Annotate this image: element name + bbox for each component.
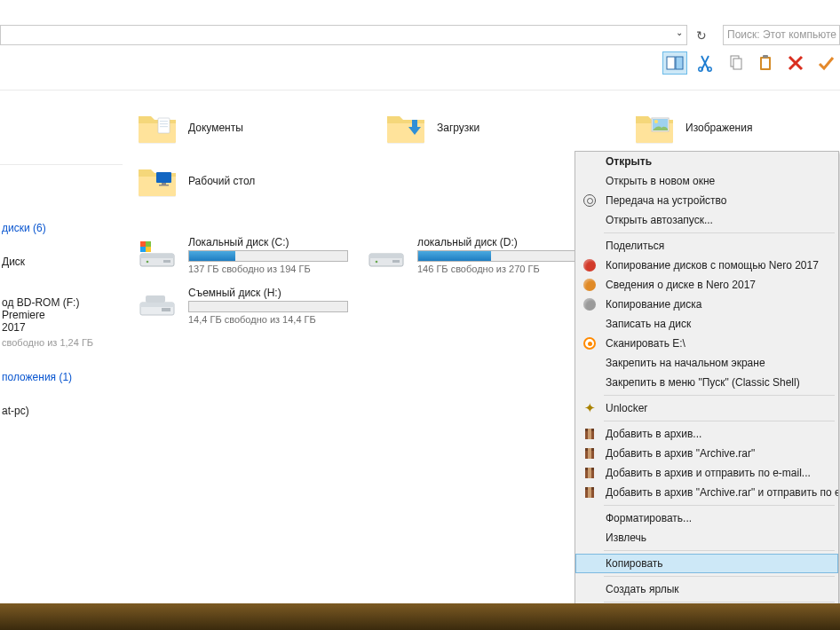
desktop-folder-icon: [137, 164, 178, 198]
svg-point-30: [376, 261, 378, 264]
svg-point-21: [147, 261, 149, 264]
delete-button[interactable]: [783, 51, 808, 75]
sidebar-bdrom-sub: свободно из 1,24 ГБ: [0, 337, 126, 353]
svg-rect-8: [763, 55, 768, 58]
drive-name: Локальный диск (C:): [188, 236, 348, 248]
avast-icon: [582, 335, 598, 351]
hdd-icon: [366, 236, 407, 272]
drive-sub: 14,4 ГБ свободно из 14,4 ГБ: [188, 314, 348, 325]
svg-rect-9: [158, 118, 170, 133]
drive-sub: 146 ГБ свободно из 270 ГБ: [417, 264, 577, 274]
ctx-shortcut[interactable]: Создать ярлык: [575, 579, 838, 599]
removable-drive-icon: [137, 287, 178, 322]
apply-button[interactable]: [813, 51, 838, 75]
ctx-send-to-device[interactable]: Передача на устройство: [575, 191, 838, 210]
folder-documents[interactable]: Документы: [137, 111, 332, 145]
hdd-icon: [137, 236, 178, 272]
ctx-pin-classic[interactable]: Закрепить в меню "Пуск" (Classic Shell): [575, 373, 838, 392]
svg-rect-5: [733, 59, 741, 69]
svg-point-15: [654, 120, 658, 123]
ctx-rar-add-named[interactable]: Добавить в архив "Archive.rar": [575, 444, 838, 463]
address-dropdown-icon[interactable]: ⌄: [676, 28, 683, 37]
svg-rect-16: [156, 172, 171, 183]
sidebar-item-disk[interactable]: Диск: [0, 252, 126, 272]
search-input[interactable]: Поиск: Этот компьюте: [723, 25, 840, 45]
rar-icon: [582, 445, 598, 461]
downloads-folder-icon: [385, 111, 426, 145]
svg-rect-34: [162, 308, 170, 311]
ctx-rar-email[interactable]: Добавить в архив и отправить по e-mail..…: [575, 463, 838, 483]
ctx-rar-add[interactable]: Добавить в архив...: [575, 424, 838, 444]
svg-rect-29: [369, 254, 403, 258]
svg-rect-24: [140, 241, 146, 247]
svg-rect-41: [588, 448, 591, 459]
ctx-nero-info[interactable]: Сведения о диске в Nero 2017: [575, 275, 838, 295]
svg-point-3: [708, 67, 711, 71]
sidebar-drives-header: диски (6): [0, 218, 126, 238]
sidebar-item-bdrom[interactable]: од BD-ROM (F:) Premiere 2017: [0, 293, 126, 337]
ctx-scan[interactable]: Сканировать E:\: [575, 334, 838, 353]
rar-icon: [582, 426, 598, 442]
toolbar: [662, 50, 838, 76]
nero-icon: [582, 277, 598, 293]
svg-rect-26: [140, 247, 146, 252]
drive-usage-bar: [188, 301, 348, 312]
svg-rect-10: [160, 121, 168, 122]
preview-pane-button[interactable]: [662, 51, 687, 75]
pictures-folder-icon: [634, 111, 675, 145]
svg-rect-35: [146, 295, 165, 303]
ctx-eject[interactable]: Извлечь: [575, 528, 838, 547]
svg-rect-12: [160, 126, 168, 127]
svg-rect-1: [676, 57, 683, 69]
ctx-share[interactable]: Поделиться: [575, 236, 838, 256]
svg-point-2: [699, 67, 702, 71]
svg-rect-25: [146, 247, 151, 252]
sidebar-network-header: положения (1): [0, 367, 126, 387]
svg-rect-18: [159, 185, 169, 186]
ctx-unlocker[interactable]: ✦Unlocker: [575, 398, 838, 418]
svg-rect-20: [140, 254, 174, 258]
drive-h[interactable]: Съемный диск (H:) 14,4 ГБ свободно из 14…: [137, 287, 359, 325]
folder-label: Рабочий стол: [188, 175, 255, 187]
folder-downloads[interactable]: Загрузки: [385, 111, 581, 145]
sidebar: диски (6) Диск од BD-ROM (F:) Premiere 2…: [0, 90, 126, 600]
paste-button[interactable]: [753, 51, 778, 75]
rar-icon: [582, 465, 598, 481]
rar-icon: [582, 484, 598, 500]
refresh-button[interactable]: ↻: [691, 25, 712, 45]
cut-button[interactable]: [693, 51, 717, 75]
ctx-pin-start[interactable]: Закрепить на начальном экране: [575, 353, 838, 373]
svg-rect-44: [588, 468, 591, 478]
ctx-burn[interactable]: Записать на диск: [575, 314, 838, 334]
ctx-format[interactable]: Форматировать...: [575, 508, 838, 528]
address-bar[interactable]: ⌄: [0, 25, 687, 45]
ctx-open-new-window[interactable]: Открыть в новом окне: [575, 171, 838, 191]
svg-rect-11: [160, 123, 168, 124]
copy-button[interactable]: [723, 51, 748, 75]
nero-icon: [582, 296, 598, 312]
svg-rect-33: [140, 303, 174, 307]
folder-label: Документы: [188, 122, 243, 134]
taskbar: [0, 603, 840, 630]
folder-desktop[interactable]: Рабочий стол: [137, 164, 332, 198]
svg-rect-7: [762, 59, 769, 68]
svg-rect-38: [588, 429, 591, 439]
svg-rect-27: [146, 241, 151, 247]
ctx-nero-copy[interactable]: Копирование дисков с помощью Nero 2017: [575, 256, 838, 275]
drive-usage-bar: [417, 250, 577, 262]
key-icon: ✦: [582, 400, 598, 416]
device-icon: [582, 193, 598, 209]
sidebar-item-network[interactable]: at-pc): [0, 401, 126, 421]
folder-pictures[interactable]: Изображения: [634, 111, 829, 145]
svg-rect-17: [162, 183, 166, 185]
drive-d[interactable]: локальный диск (D:) 146 ГБ свободно из 2…: [366, 236, 588, 274]
ctx-nero-copydisc[interactable]: Копирование диска: [575, 295, 838, 314]
ctx-copy[interactable]: Копировать: [575, 554, 838, 573]
drive-c[interactable]: Локальный диск (C:) 137 ГБ свободно из 1…: [137, 236, 359, 274]
ctx-autoplay[interactable]: Открыть автозапуск...: [575, 210, 838, 230]
ctx-open[interactable]: Открыть: [575, 152, 838, 171]
ctx-rar-named-email[interactable]: Добавить в архив "Archive.rar" и отправи…: [575, 483, 838, 502]
drive-name: локальный диск (D:): [417, 236, 577, 248]
drive-sub: 137 ГБ свободно из 194 ГБ: [188, 264, 348, 274]
folder-label: Загрузки: [437, 122, 479, 134]
